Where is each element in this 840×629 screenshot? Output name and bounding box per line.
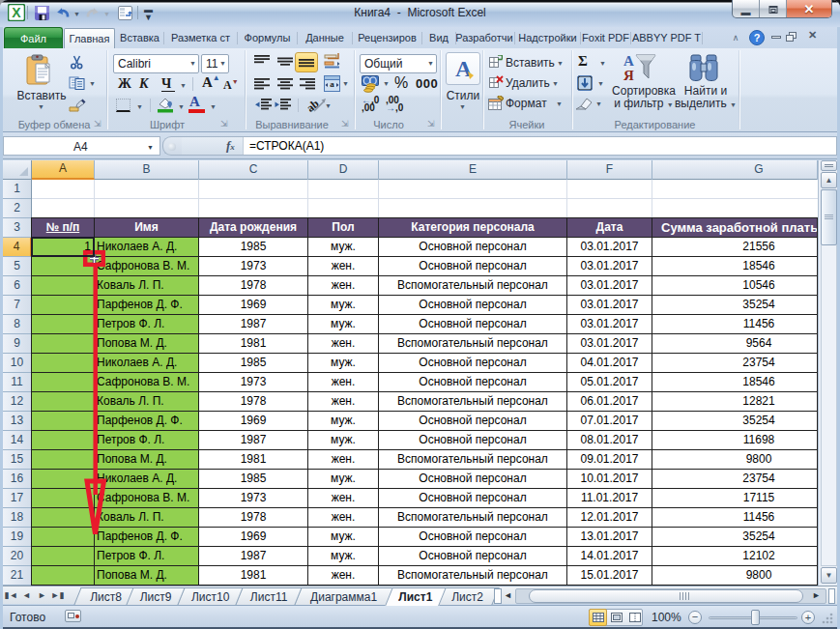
svg-text:a: a [330,79,334,89]
svg-text:А: А [623,53,634,69]
svg-text:X: X [12,5,21,20]
svg-text:Я: Я [623,68,634,83]
svg-text:?: ? [754,32,761,43]
